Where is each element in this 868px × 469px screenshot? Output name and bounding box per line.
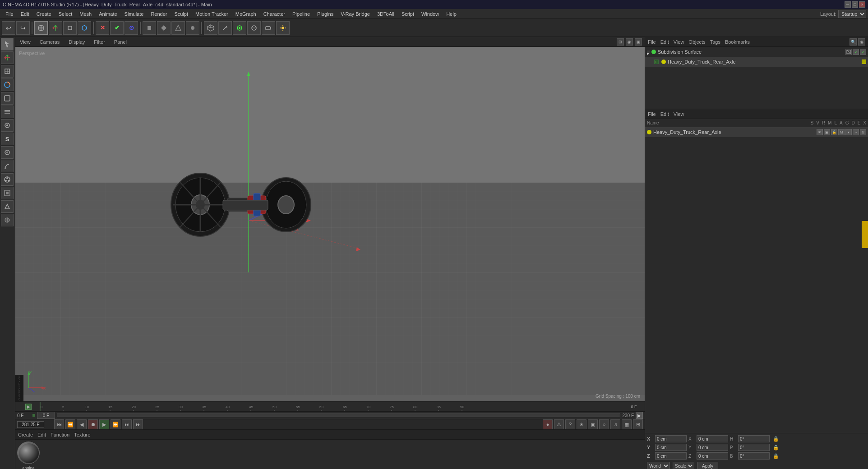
coord-x-pos-input[interactable] bbox=[655, 435, 687, 442]
truck-axle-object[interactable] bbox=[169, 146, 313, 245]
material-ball-engine[interactable] bbox=[17, 441, 40, 464]
menu-simulate[interactable]: Simulate bbox=[121, 10, 148, 18]
sidebar-btn14[interactable] bbox=[1, 214, 14, 226]
win-max-button[interactable]: □ bbox=[852, 1, 858, 8]
audio-button[interactable]: ♬ bbox=[610, 419, 620, 429]
sidebar-btn11[interactable] bbox=[1, 173, 14, 186]
menu-mesh[interactable]: Mesh bbox=[76, 10, 95, 18]
viewport-icon-3[interactable]: ▣ bbox=[635, 38, 642, 46]
warning-button[interactable]: ⚠ bbox=[554, 419, 564, 429]
auto-key-button[interactable]: ● bbox=[543, 419, 553, 429]
obj-icon-render[interactable]: ▣ bbox=[824, 129, 830, 135]
obj-row-truck[interactable]: L Heavy_Duty_Truck_Rear_Axle bbox=[645, 57, 868, 67]
key-button[interactable]: ▣ bbox=[588, 419, 598, 429]
obj-top-menu-view[interactable]: View bbox=[674, 39, 684, 45]
obj-check-subdiv[interactable]: ✓ bbox=[853, 49, 859, 55]
coord-b-input[interactable] bbox=[738, 452, 770, 460]
menu-mograph[interactable]: MoGraph bbox=[232, 10, 260, 18]
viewport-menu-panel[interactable]: Panel bbox=[112, 39, 129, 45]
win-min-button[interactable]: ─ bbox=[845, 1, 851, 8]
menu-3dtoall[interactable]: 3DToAll bbox=[374, 10, 398, 18]
obj-icon-m[interactable]: M bbox=[838, 129, 845, 135]
x-axis-button[interactable]: ✕ bbox=[96, 21, 109, 35]
menu-pipeline[interactable]: Pipeline bbox=[289, 10, 314, 18]
z-axis-button[interactable]: ⊙ bbox=[125, 21, 138, 35]
sidebar-settings-btn[interactable] bbox=[1, 146, 14, 159]
menu-sculpt[interactable]: Sculpt bbox=[171, 10, 192, 18]
goto-end2-button[interactable]: ⏭ bbox=[133, 419, 143, 429]
coord-z-pos-input[interactable] bbox=[655, 452, 687, 460]
motion-button[interactable]: ○ bbox=[599, 419, 609, 429]
next-frame-button[interactable]: ⏩ bbox=[111, 419, 120, 429]
sidebar-btn13[interactable] bbox=[1, 200, 14, 213]
sidebar-btn5[interactable] bbox=[1, 92, 14, 105]
mat-menu-create[interactable]: Create bbox=[18, 432, 33, 437]
scale-tool-button[interactable] bbox=[63, 21, 77, 35]
camera-button[interactable] bbox=[262, 21, 275, 35]
timeline-ruler[interactable]: ▶ 0 5 bbox=[15, 402, 645, 412]
obj-dot-yellow[interactable] bbox=[862, 60, 866, 64]
mat-menu-texture[interactable]: Texture bbox=[74, 432, 90, 437]
object-mode-button[interactable] bbox=[143, 21, 156, 35]
menu-edit[interactable]: Edit bbox=[17, 10, 33, 18]
obj-row-subdivision[interactable]: ▸ Subdivision Surface ✓ ✓ bbox=[645, 47, 868, 57]
sidebar-layer-btn[interactable] bbox=[1, 106, 14, 118]
menu-vray[interactable]: V-Ray Bridge bbox=[337, 10, 374, 18]
obj-top-menu-tags[interactable]: Tags bbox=[710, 39, 720, 45]
obj-icon-lock[interactable]: 🔒 bbox=[831, 129, 837, 135]
record-button[interactable]: ⏺ bbox=[88, 419, 98, 429]
point-mode-button[interactable] bbox=[186, 21, 199, 35]
select-tool-button[interactable] bbox=[34, 21, 48, 35]
move-tool-button[interactable] bbox=[49, 21, 62, 35]
viewport-icon-2[interactable]: ◉ bbox=[626, 38, 633, 46]
menu-window[interactable]: Window bbox=[418, 10, 443, 18]
play-reverse-button[interactable]: ◀ bbox=[77, 419, 87, 429]
sidebar-select-btn[interactable] bbox=[1, 38, 14, 51]
coord-h-input[interactable] bbox=[738, 435, 770, 442]
mat-menu-edit[interactable]: Edit bbox=[37, 432, 46, 437]
pen-tool-button[interactable] bbox=[218, 21, 232, 35]
obj-icon-eye[interactable]: 👁 bbox=[817, 129, 823, 135]
coord-y-size-input[interactable] bbox=[697, 444, 728, 451]
obj-top-icon-1[interactable]: 🔍 bbox=[850, 38, 857, 46]
y-axis-button[interactable]: ✔ bbox=[110, 21, 124, 35]
cube-primitive-button[interactable] bbox=[204, 21, 217, 35]
coord-world-select[interactable]: World Object bbox=[647, 462, 670, 469]
menu-select[interactable]: Select bbox=[55, 10, 76, 18]
play-forward-button[interactable]: ▶ bbox=[99, 419, 109, 429]
menu-script[interactable]: Script bbox=[398, 10, 418, 18]
obj-check2-subdiv[interactable]: ✓ bbox=[860, 49, 866, 55]
menu-create[interactable]: Create bbox=[33, 10, 55, 18]
redo-button[interactable]: ↪ bbox=[16, 21, 30, 35]
sidebar-btn12[interactable] bbox=[1, 187, 14, 199]
obj-top-menu-objects[interactable]: Objects bbox=[688, 39, 705, 45]
obj-icon-chain[interactable]: ⛓ bbox=[860, 129, 866, 135]
viewport-menu-filter[interactable]: Filter bbox=[92, 39, 106, 45]
sidebar-snap-btn[interactable] bbox=[1, 119, 14, 132]
menu-character[interactable]: Character bbox=[260, 10, 289, 18]
viewport-menu-cameras[interactable]: Cameras bbox=[38, 39, 62, 45]
coord-y-pos-input[interactable] bbox=[655, 444, 687, 451]
frame-start-marker[interactable] bbox=[32, 414, 35, 417]
frame-range-slider[interactable] bbox=[57, 414, 620, 417]
obj-bottom-menu-file[interactable]: File bbox=[648, 111, 656, 117]
obj-layer-truck[interactable]: L bbox=[654, 60, 659, 64]
sidebar-s-btn[interactable]: S bbox=[1, 133, 14, 145]
spline-button[interactable] bbox=[233, 21, 246, 35]
coord-apply-button[interactable]: Apply bbox=[697, 462, 718, 469]
side-tab[interactable] bbox=[862, 221, 868, 248]
coord-lock-h[interactable]: 🔒 bbox=[771, 436, 780, 442]
prev-frame-button[interactable]: ⏪ bbox=[65, 419, 75, 429]
polygon-mode-button[interactable] bbox=[157, 21, 171, 35]
obj-expand-subdiv[interactable]: ▸ bbox=[647, 51, 650, 53]
obj-top-menu-bookmarks[interactable]: Bookmarks bbox=[725, 39, 750, 45]
viewport-menu-display[interactable]: Display bbox=[67, 39, 87, 45]
sidebar-move-btn[interactable] bbox=[1, 51, 14, 64]
obj-bottom-menu-view[interactable]: View bbox=[674, 111, 684, 117]
layout-select[interactable]: Startup bbox=[838, 10, 866, 18]
coord-p-input[interactable] bbox=[738, 444, 770, 451]
obj-vis-subdiv[interactable] bbox=[845, 49, 852, 55]
obj-top-menu-edit[interactable]: Edit bbox=[660, 39, 669, 45]
frame-start-input[interactable] bbox=[37, 412, 55, 419]
coord-x-size-input[interactable] bbox=[697, 435, 728, 442]
